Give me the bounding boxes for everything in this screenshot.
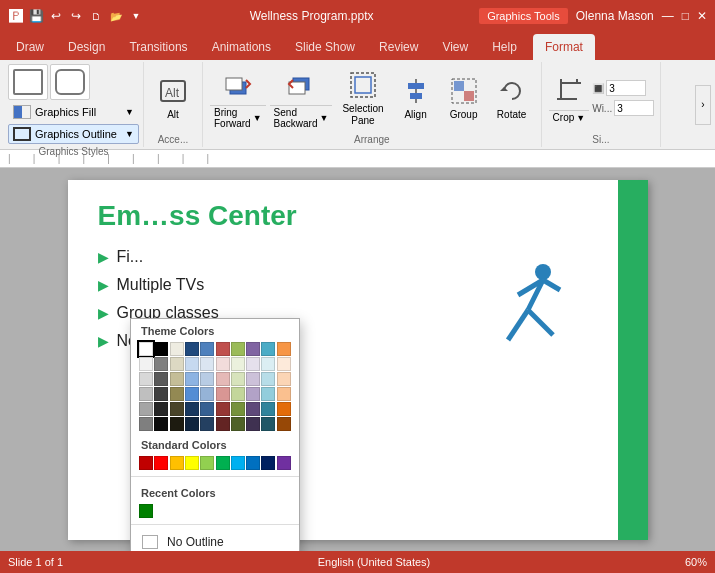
bring-forward-button[interactable]: BringForward ▼ [209,65,267,132]
theme-color-cell[interactable] [154,357,168,371]
save-icon[interactable]: 💾 [28,8,44,24]
send-backward-dropdown-icon[interactable]: ▼ [320,113,329,123]
no-outline-item[interactable]: No Outline [131,529,299,551]
fill-arrow-icon[interactable]: ▼ [125,107,134,117]
theme-color-cell[interactable] [170,387,184,401]
theme-color-cell[interactable] [170,417,184,431]
send-backward-button[interactable]: SendBackward ▼ [269,65,334,132]
theme-color-cell[interactable] [246,357,260,371]
theme-color-cell[interactable] [154,342,168,356]
tab-animations[interactable]: Animations [200,34,283,60]
theme-color-cell[interactable] [200,387,214,401]
theme-color-cell[interactable] [200,372,214,386]
theme-color-cell[interactable] [246,402,260,416]
redo-icon[interactable]: ↪ [68,8,84,24]
rotate-button[interactable]: Rotate [489,70,535,126]
theme-color-cell[interactable] [216,342,230,356]
theme-color-cell[interactable] [216,357,230,371]
theme-color-cell[interactable] [185,357,199,371]
theme-color-cell[interactable] [277,417,291,431]
theme-color-cell[interactable] [277,402,291,416]
height-input[interactable] [606,80,646,96]
theme-color-cell[interactable] [246,387,260,401]
graphics-fill-button[interactable]: Graphics Fill ▼ [8,102,139,122]
standard-color-cell[interactable] [170,456,184,470]
theme-color-cell[interactable] [216,417,230,431]
theme-color-cell[interactable] [139,357,153,371]
theme-color-cell[interactable] [231,372,245,386]
crop-arrow[interactable]: Crop ▼ [549,110,590,125]
width-input[interactable] [614,100,654,116]
theme-color-cell[interactable] [185,387,199,401]
theme-color-cell[interactable] [261,387,275,401]
tab-format[interactable]: Format [533,34,595,60]
theme-color-cell[interactable] [261,372,275,386]
send-backward-arrow[interactable]: SendBackward ▼ [270,105,333,131]
theme-color-cell[interactable] [185,402,199,416]
theme-color-cell[interactable] [216,387,230,401]
theme-color-cell[interactable] [185,342,199,356]
style-btn-2[interactable] [50,64,90,100]
theme-color-cell[interactable] [231,357,245,371]
bring-forward-arrow[interactable]: BringForward ▼ [210,105,266,131]
theme-color-cell[interactable] [200,402,214,416]
theme-color-cell[interactable] [261,357,275,371]
theme-color-cell[interactable] [231,417,245,431]
theme-color-cell[interactable] [170,372,184,386]
theme-color-cell[interactable] [139,402,153,416]
theme-color-cell[interactable] [277,357,291,371]
crop-button[interactable]: Crop ▼ [548,70,591,126]
theme-color-cell[interactable] [170,342,184,356]
theme-color-cell[interactable] [200,417,214,431]
theme-color-cell[interactable] [231,387,245,401]
alt-button[interactable]: Alt Alt [150,70,196,126]
dropdown-icon[interactable]: ▼ [128,8,144,24]
theme-color-cell[interactable] [139,417,153,431]
standard-color-cell[interactable] [216,456,230,470]
theme-color-cell[interactable] [154,372,168,386]
standard-color-cell[interactable] [231,456,245,470]
theme-color-cell[interactable] [139,342,153,356]
standard-color-cell[interactable] [277,456,291,470]
align-button[interactable]: Align [393,70,439,126]
standard-color-cell[interactable] [200,456,214,470]
style-btn-1[interactable] [8,64,48,100]
theme-color-cell[interactable] [246,417,260,431]
tab-review[interactable]: Review [367,34,430,60]
recent-color-cell[interactable] [139,504,153,518]
theme-color-cell[interactable] [246,342,260,356]
open-icon[interactable]: 📂 [108,8,124,24]
group-button[interactable]: Group [441,70,487,126]
maximize-icon[interactable]: □ [682,9,689,23]
outline-arrow-icon[interactable]: ▼ [125,129,134,139]
ribbon-scroll-right[interactable]: › [695,85,711,125]
theme-color-cell[interactable] [246,372,260,386]
theme-color-cell[interactable] [277,342,291,356]
tab-help[interactable]: Help [480,34,529,60]
theme-color-cell[interactable] [170,402,184,416]
standard-color-cell[interactable] [246,456,260,470]
theme-color-cell[interactable] [261,342,275,356]
theme-color-cell[interactable] [170,357,184,371]
theme-color-cell[interactable] [154,387,168,401]
minimize-icon[interactable]: — [662,9,674,23]
theme-color-cell[interactable] [216,372,230,386]
selection-pane-button[interactable]: SelectionPane [335,64,390,132]
tab-slideshow[interactable]: Slide Show [283,34,367,60]
theme-color-cell[interactable] [231,342,245,356]
bring-forward-dropdown-icon[interactable]: ▼ [253,113,262,123]
theme-color-cell[interactable] [277,372,291,386]
theme-color-cell[interactable] [200,342,214,356]
theme-color-cell[interactable] [231,402,245,416]
theme-color-cell[interactable] [185,417,199,431]
theme-color-cell[interactable] [261,402,275,416]
undo-icon[interactable]: ↩ [48,8,64,24]
tab-draw[interactable]: Draw [4,34,56,60]
tab-view[interactable]: View [430,34,480,60]
standard-color-cell[interactable] [154,456,168,470]
close-icon[interactable]: ✕ [697,9,707,23]
crop-dropdown-icon[interactable]: ▼ [576,113,585,123]
theme-color-cell[interactable] [154,417,168,431]
theme-color-cell[interactable] [154,402,168,416]
graphics-outline-button[interactable]: Graphics Outline ▼ [8,124,139,144]
